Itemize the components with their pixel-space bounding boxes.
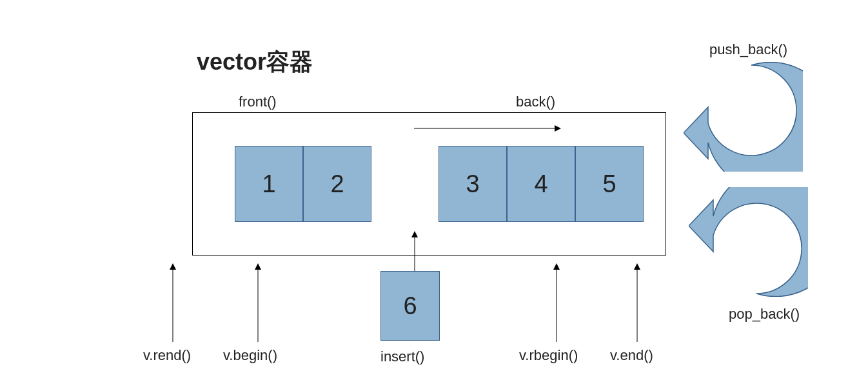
svg-marker-3 <box>170 263 176 270</box>
push-back-label: push_back() <box>709 41 787 58</box>
push-back-arrow-icon <box>684 62 803 172</box>
svg-marker-11 <box>634 263 640 270</box>
end-label: v.end() <box>610 347 653 364</box>
rend-label: v.rend() <box>143 347 191 364</box>
insert-cell-6: 6 <box>380 271 440 341</box>
svg-marker-7 <box>411 231 418 237</box>
direction-arrow-icon <box>414 122 562 135</box>
vector-cell-3: 3 <box>439 146 507 222</box>
pop-back-label: pop_back() <box>729 306 800 323</box>
insert-arrow-icon <box>409 231 420 271</box>
diagram-title: vector容器 <box>197 46 313 78</box>
svg-marker-9 <box>553 263 560 270</box>
rend-arrow-icon <box>168 263 178 342</box>
vector-cell-4: 4 <box>507 146 575 222</box>
vector-cell-1: 1 <box>235 146 303 222</box>
back-label: back() <box>516 94 555 110</box>
rbegin-label: v.rbegin() <box>519 347 578 364</box>
vector-cell-2: 2 <box>303 146 371 222</box>
vector-cell-5: 5 <box>575 146 644 222</box>
svg-marker-1 <box>555 125 561 132</box>
end-arrow-icon <box>632 263 642 342</box>
front-label: front() <box>239 94 277 110</box>
insert-label: insert() <box>380 348 424 365</box>
pop-back-arrow-icon <box>689 187 808 297</box>
svg-marker-5 <box>255 263 261 270</box>
rbegin-arrow-icon <box>551 263 562 342</box>
begin-label: v.begin() <box>223 347 277 364</box>
begin-arrow-icon <box>253 263 263 342</box>
